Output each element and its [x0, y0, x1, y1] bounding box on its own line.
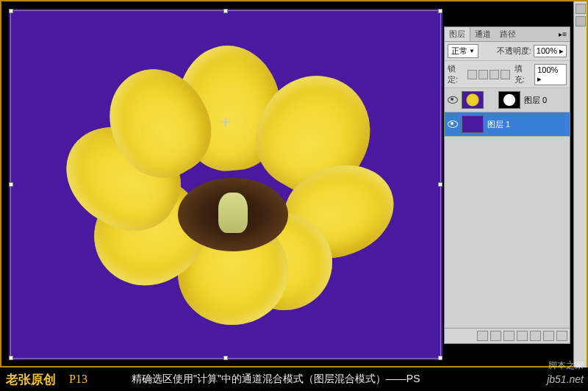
- mask-icon[interactable]: [503, 331, 514, 341]
- transform-handle[interactable]: [9, 9, 13, 13]
- visibility-eye-icon[interactable]: [448, 96, 458, 104]
- layer-name: 图层 1: [487, 119, 510, 130]
- page-number: P13: [69, 373, 87, 386]
- opacity-input[interactable]: 100% ▸: [534, 45, 567, 57]
- opacity-label: 不透明度:: [497, 46, 531, 57]
- fx-icon[interactable]: [490, 331, 501, 341]
- subtitle-text: 精确选区使用"计算"中的通道混合模式（图层混合模式）——PS: [132, 373, 420, 386]
- panel-icon[interactable]: [576, 16, 586, 26]
- layer-row[interactable]: 图层 0: [445, 88, 570, 112]
- panel-tabs: 图层 通道 路径 ▸≡: [445, 27, 570, 42]
- folder-icon[interactable]: [530, 331, 541, 341]
- collapsed-panel-bar: [573, 1, 587, 367]
- lock-position-icon[interactable]: [490, 70, 499, 79]
- fill-label: 填充:: [514, 63, 532, 85]
- transform-handle[interactable]: [438, 356, 442, 360]
- lock-all-icon[interactable]: [501, 70, 510, 79]
- layer-row[interactable]: 图层 1: [445, 112, 570, 137]
- watermark-url: jb51.net: [547, 373, 584, 385]
- layer-thumbnail[interactable]: [462, 91, 484, 109]
- lock-pixels-icon[interactable]: [478, 70, 488, 79]
- blend-mode-value: 正常: [451, 46, 467, 57]
- credit-text: 老张原创: [6, 371, 56, 388]
- chevron-down-icon: ▼: [469, 48, 475, 54]
- layer-list-empty: [445, 137, 570, 328]
- panel-icon[interactable]: [576, 4, 586, 14]
- transform-handle[interactable]: [9, 182, 13, 187]
- transform-center-icon[interactable]: [221, 118, 230, 126]
- transform-handle[interactable]: [223, 356, 228, 360]
- link-icon[interactable]: [487, 91, 495, 109]
- trash-icon[interactable]: [556, 331, 567, 341]
- panel-menu-icon[interactable]: ▸≡: [556, 29, 570, 40]
- fill-input[interactable]: 100% ▸: [534, 64, 567, 85]
- lock-icons: [467, 70, 510, 79]
- tab-layers[interactable]: 图层: [445, 27, 470, 41]
- adjustment-icon[interactable]: [517, 331, 528, 341]
- transform-handle[interactable]: [223, 9, 228, 13]
- tab-paths[interactable]: 路径: [495, 27, 520, 41]
- blend-row: 正常 ▼ 不透明度: 100% ▸: [445, 42, 570, 61]
- link-layers-icon[interactable]: [477, 331, 488, 341]
- layers-panel: 图层 通道 路径 ▸≡ 正常 ▼ 不透明度: 100% ▸ 锁定: 填充:: [444, 26, 570, 344]
- layer-name: 图层 0: [524, 95, 547, 106]
- lock-label: 锁定:: [448, 63, 465, 85]
- watermark-text: 脚本之家: [548, 359, 584, 372]
- transform-handle[interactable]: [438, 182, 442, 187]
- lock-transparent-icon[interactable]: [467, 70, 477, 79]
- visibility-eye-icon[interactable]: [448, 120, 458, 129]
- transform-selection[interactable]: [10, 10, 441, 359]
- panel-footer: [445, 328, 570, 343]
- lock-row: 锁定: 填充: 100% ▸: [445, 61, 570, 88]
- layer-thumbnail[interactable]: [462, 115, 484, 133]
- layer-list: 图层 0 图层 1: [445, 88, 570, 328]
- blend-mode-dropdown[interactable]: 正常 ▼: [448, 44, 478, 58]
- app-frame: 图层 通道 路径 ▸≡ 正常 ▼ 不透明度: 100% ▸ 锁定: 填充:: [0, 0, 588, 367]
- tab-channels[interactable]: 通道: [470, 27, 495, 41]
- mask-thumbnail[interactable]: [498, 91, 520, 109]
- new-layer-icon[interactable]: [543, 331, 554, 341]
- canvas[interactable]: [9, 9, 442, 360]
- transform-handle[interactable]: [438, 9, 442, 13]
- transform-handle[interactable]: [9, 356, 13, 360]
- caption-bar: 老张原创 P13 精确选区使用"计算"中的通道混合模式（图层混合模式）——PS: [0, 367, 588, 391]
